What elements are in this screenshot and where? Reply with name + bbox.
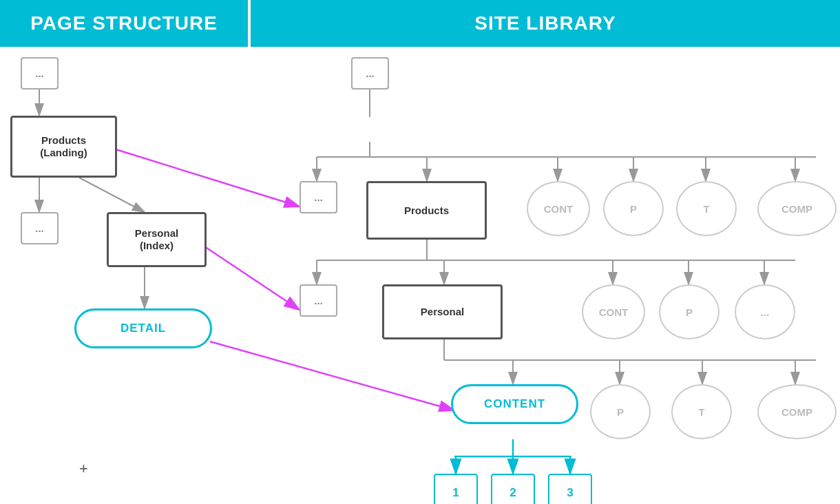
- sl-dots2-node: ...: [735, 284, 795, 339]
- sl-1-label: 1: [452, 486, 459, 500]
- sl-cont1-node: CONT: [527, 181, 590, 236]
- sl-dots-pers-node: ...: [300, 284, 337, 317]
- sl-products-label: Products: [404, 204, 449, 217]
- sl-content-label: CONTENT: [484, 397, 545, 411]
- main-diagram: ... Products (Landing) ... Personal (Ind…: [0, 47, 840, 504]
- ps-detail-node: DETAIL: [74, 308, 212, 348]
- sl-p1-label: P: [630, 203, 637, 215]
- sl-t1-node: T: [676, 181, 737, 236]
- sl-t3-node: T: [671, 384, 732, 439]
- sl-dots-prod-node: ...: [300, 181, 337, 213]
- sl-personal-label: Personal: [421, 306, 464, 318]
- sl-dots-pers-label: ...: [314, 295, 323, 307]
- ps-root-label: ...: [35, 67, 44, 80]
- site-library-title: SITE LIBRARY: [474, 12, 616, 34]
- svg-line-5: [79, 178, 145, 212]
- sl-1-node: 1: [434, 474, 478, 504]
- ps-products-label: Products (Landing): [40, 134, 87, 159]
- sl-root-node: ...: [351, 57, 389, 90]
- sl-dots-prod-label: ...: [314, 191, 323, 204]
- sl-t3-label: T: [698, 406, 704, 418]
- sl-p2-node: P: [659, 284, 720, 339]
- sl-products-node: Products: [366, 181, 487, 240]
- site-library-header: SITE LIBRARY: [251, 0, 840, 47]
- sl-3-node: 3: [548, 474, 592, 504]
- sl-2-node: 2: [491, 474, 535, 504]
- sl-comp1-node: COMP: [757, 181, 837, 236]
- sl-p1-node: P: [603, 181, 664, 236]
- sl-cont1-label: CONT: [544, 203, 574, 215]
- ps-dots-left-node: ...: [21, 212, 59, 244]
- ps-dots-left-label: ...: [35, 222, 44, 235]
- sl-dots2-label: ...: [761, 306, 770, 318]
- sl-comp1-label: COMP: [781, 203, 812, 215]
- sl-comp3-label: COMP: [781, 406, 812, 418]
- header: PAGE STRUCTURE SITE LIBRARY: [0, 0, 840, 47]
- ps-detail-label: DETAIL: [120, 322, 166, 335]
- ps-personal-node: Personal (Index): [107, 212, 207, 267]
- sl-3-label: 3: [567, 486, 573, 500]
- ps-root-node: ...: [21, 57, 59, 90]
- sl-p3-label: P: [617, 406, 624, 418]
- sl-personal-node: Personal: [382, 284, 503, 339]
- sl-root-label: ...: [366, 67, 375, 80]
- ps-products-node: Products (Landing): [10, 116, 117, 178]
- plus-cursor: +: [79, 460, 88, 478]
- sl-content-node: CONTENT: [451, 384, 578, 424]
- sl-cont2-node: CONT: [582, 284, 645, 339]
- sl-comp3-node: COMP: [757, 384, 837, 439]
- sl-t1-label: T: [703, 203, 709, 215]
- page-structure-title: PAGE STRUCTURE: [30, 12, 218, 34]
- page-structure-header: PAGE STRUCTURE: [0, 0, 248, 47]
- sl-p3-node: P: [590, 384, 651, 439]
- svg-line-34: [114, 149, 300, 207]
- svg-line-36: [210, 342, 454, 410]
- svg-line-35: [196, 241, 300, 310]
- sl-2-label: 2: [510, 486, 516, 500]
- sl-p2-label: P: [686, 306, 693, 318]
- sl-cont2-label: CONT: [599, 306, 629, 318]
- ps-personal-label: Personal (Index): [135, 227, 178, 252]
